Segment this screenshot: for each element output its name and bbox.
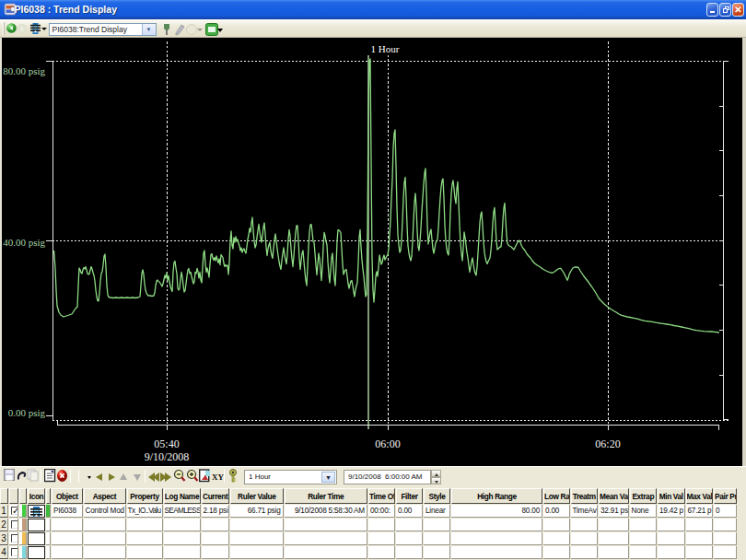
svg-text:0.00 psig: 0.00 psig [8, 407, 46, 418]
svg-text:80.00 psig: 80.00 psig [3, 65, 45, 76]
svg-text:05:40: 05:40 [154, 438, 179, 450]
svg-text:9/10/2008: 9/10/2008 [145, 450, 190, 463]
svg-text:06:20: 06:20 [595, 438, 620, 450]
svg-text:1 Hour: 1 Hour [371, 43, 400, 54]
svg-text:40.00 psig: 40.00 psig [3, 237, 45, 248]
svg-text:06:00: 06:00 [375, 438, 400, 450]
